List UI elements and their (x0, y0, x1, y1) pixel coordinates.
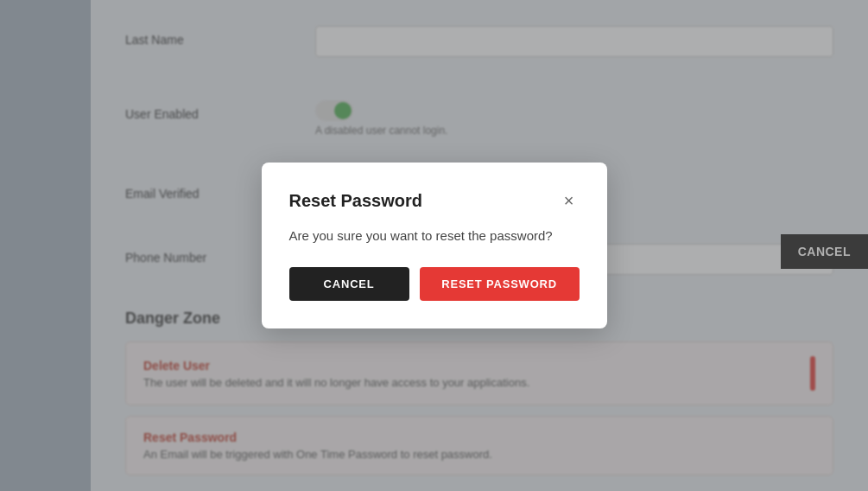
modal-header: Reset Password × (289, 190, 580, 211)
modal-close-button[interactable]: × (559, 190, 580, 211)
modal-title: Reset Password (289, 191, 423, 211)
modal-actions: CANCEL RESET PASSWORD (289, 267, 580, 301)
modal-overlay: Reset Password × Are you sure you want t… (0, 0, 868, 491)
modal-body: Are you sure you want to reset the passw… (289, 228, 580, 243)
reset-password-modal: Reset Password × Are you sure you want t… (262, 163, 607, 328)
modal-reset-button[interactable]: RESET PASSWORD (420, 267, 580, 301)
modal-cancel-button[interactable]: CANCEL (289, 267, 409, 301)
